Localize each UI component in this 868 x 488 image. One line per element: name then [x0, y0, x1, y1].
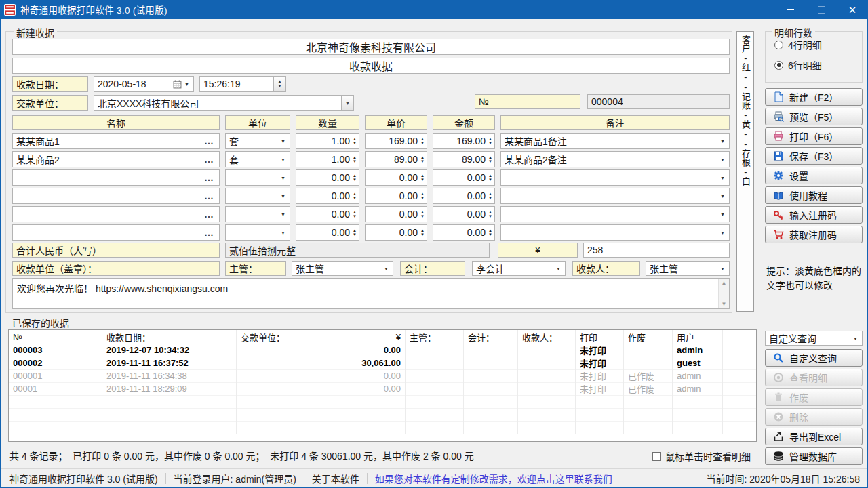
saved-receipt-row[interactable]: 000001 2019-11-11 16:34:38 0.00 未打印 已作废 … — [9, 369, 756, 383]
ellipsis-button[interactable]: … — [204, 154, 219, 165]
payer-label-field[interactable]: 交款单位： — [12, 95, 88, 111]
stamp-label-field[interactable]: 收款单位（盖章）： — [12, 261, 220, 276]
manager-select[interactable]: 张主管▼ — [292, 261, 393, 276]
payee-label-field[interactable]: 收款人： — [572, 261, 640, 276]
ellipsis-button[interactable]: … — [204, 190, 219, 201]
currency-symbol-field[interactable]: ¥ — [498, 243, 578, 258]
item-amount-spinner[interactable]: 0.00▲▼ — [433, 188, 495, 204]
spinner-arrows-icon[interactable]: ▲▼ — [488, 155, 494, 163]
spinner-arrows-icon[interactable]: ▲▼ — [353, 210, 359, 218]
item-qty-spinner[interactable]: 0.00▲▼ — [296, 169, 359, 186]
item-price-spinner[interactable]: 0.00▲▼ — [365, 188, 427, 204]
item-amount-spinner[interactable]: 169.00▲▼ — [433, 133, 495, 149]
item-unit-select[interactable]: 套▼ — [225, 133, 290, 149]
manage-database-button[interactable]: 管理数据库 — [765, 447, 863, 465]
time-spinner[interactable]: 15:26:19 ▲▼ — [199, 76, 286, 92]
spinner-arrows-icon[interactable]: ▲▼ — [488, 228, 494, 237]
item-remark-select[interactable]: ▼ — [500, 188, 730, 204]
spinner-arrows-icon[interactable]: ▲▼ — [353, 228, 359, 237]
query-type-select[interactable]: 自定义查询▼ — [765, 331, 863, 346]
preview-button[interactable]: 预览（F5） — [765, 108, 863, 125]
item-name-input[interactable]: 某某商品2… — [12, 151, 220, 167]
spinner-arrows-icon[interactable]: ▲▼ — [488, 174, 494, 182]
spinner-arrows-icon[interactable]: ▲▼ — [488, 137, 494, 145]
item-unit-select[interactable]: ▼ — [225, 206, 290, 222]
item-amount-spinner[interactable]: 89.00▲▼ — [433, 151, 495, 167]
item-name-input[interactable]: … — [12, 188, 220, 204]
ellipsis-button[interactable]: … — [204, 136, 219, 146]
company-name-input[interactable]: 北京神奇像素科技有限公司 — [12, 39, 730, 55]
saved-receipts-table[interactable]: № 收款日期： 交款单位： ¥ 主管： 会计： 收款人： 打印 作废 用户 00… — [8, 329, 757, 442]
item-remark-select[interactable]: ▼ — [500, 169, 730, 186]
welcome-textarea[interactable]: 欢迎您再次光临！ https://www.shenqixiangsu.com ▲… — [12, 278, 730, 309]
item-amount-spinner[interactable]: 0.00▲▼ — [433, 206, 495, 222]
item-name-input[interactable]: 某某商品1… — [12, 133, 220, 149]
new-button[interactable]: 新建（F2） — [765, 88, 863, 106]
item-remark-select[interactable]: ▼ — [500, 206, 730, 222]
spinner-arrows-icon[interactable]: ▲▼ — [273, 77, 285, 92]
contact-link[interactable]: 如果您对本软件有定制修改需求，欢迎点击这里联系我们 — [375, 472, 612, 485]
receipt-number-label-field[interactable]: № — [475, 94, 580, 109]
view-detail-on-click-checkbox[interactable]: 鼠标单击时查看明细 — [652, 449, 751, 463]
about-link[interactable]: 关于本软件 — [312, 472, 359, 485]
total-cn-label-field[interactable]: 合计人民币（大写） — [12, 243, 220, 258]
spinner-arrows-icon[interactable]: ▲▼ — [488, 192, 494, 200]
spinner-arrows-icon[interactable]: ▲▼ — [488, 210, 494, 218]
custom-query-button[interactable]: 自定义查询 — [765, 349, 863, 367]
ellipsis-button[interactable]: … — [204, 209, 219, 220]
export-excel-button[interactable]: 导出到Excel — [765, 428, 863, 445]
payer-select[interactable]: 北京XXXX科技有限公司 ▼ — [94, 95, 354, 111]
item-price-spinner[interactable]: 169.00▲▼ — [365, 133, 427, 149]
accountant-label-field[interactable]: 会计： — [400, 261, 465, 276]
scroll-down-icon[interactable]: ▼ — [722, 301, 727, 307]
radio-4-rows[interactable]: 4行明细 — [774, 38, 822, 52]
manager-label-field[interactable]: 主管： — [225, 261, 286, 276]
item-unit-select[interactable]: 套▼ — [225, 151, 290, 167]
spinner-arrows-icon[interactable]: ▲▼ — [353, 192, 359, 200]
settings-button[interactable]: 设置 — [765, 167, 863, 184]
total-amount-input[interactable]: 258 — [583, 243, 730, 258]
item-unit-select[interactable]: ▼ — [225, 224, 290, 241]
spinner-arrows-icon[interactable]: ▲▼ — [420, 155, 427, 163]
item-name-input[interactable]: … — [12, 169, 220, 186]
radio-6-rows[interactable]: 6行明细 — [774, 58, 822, 72]
spinner-arrows-icon[interactable]: ▲▼ — [420, 192, 427, 200]
item-unit-select[interactable]: ▼ — [225, 169, 290, 186]
item-price-spinner[interactable]: 0.00▲▼ — [365, 224, 427, 241]
minimize-button[interactable] — [774, 0, 806, 19]
spinner-arrows-icon[interactable]: ▲▼ — [353, 155, 359, 163]
scrollbar[interactable]: ▲▼ — [718, 279, 729, 308]
item-remark-select[interactable]: ▼ — [500, 224, 730, 241]
item-qty-spinner[interactable]: 1.00▲▼ — [296, 133, 359, 149]
item-remark-select[interactable]: 某某商品1备注▼ — [500, 133, 730, 149]
item-qty-spinner[interactable]: 0.00▲▼ — [296, 188, 359, 204]
spinner-arrows-icon[interactable]: ▲▼ — [420, 228, 427, 237]
saved-receipt-row[interactable]: 00001 2019-11-11 18:29:09 0.00 未打印 已作废 a… — [9, 382, 756, 396]
get-regcode-button[interactable]: 获取注册码 — [765, 226, 863, 243]
chevron-down-icon[interactable]: ▼ — [341, 96, 353, 110]
date-label-field[interactable]: 收款日期： — [12, 76, 88, 92]
item-price-spinner[interactable]: 0.00▲▼ — [365, 169, 427, 186]
item-amount-spinner[interactable]: 0.00▲▼ — [433, 224, 495, 241]
item-qty-spinner[interactable]: 0.00▲▼ — [296, 206, 359, 222]
item-qty-spinner[interactable]: 0.00▲▼ — [296, 224, 359, 241]
item-amount-spinner[interactable]: 0.00▲▼ — [433, 169, 495, 186]
item-name-input[interactable]: … — [12, 224, 220, 241]
spinner-arrows-icon[interactable]: ▲▼ — [353, 174, 359, 182]
save-button[interactable]: 保存（F3） — [765, 147, 863, 165]
ellipsis-button[interactable]: … — [204, 172, 219, 183]
ellipsis-button[interactable]: … — [204, 227, 219, 238]
enter-regcode-button[interactable]: 输入注册码 — [765, 206, 863, 224]
scroll-up-icon[interactable]: ▲ — [722, 280, 727, 286]
item-name-input[interactable]: … — [12, 206, 220, 222]
doc-title-input[interactable]: 收款收据 — [12, 58, 730, 74]
saved-receipt-row[interactable]: 000002 2019-11-11 16:37:52 30,061.00 未打印… — [9, 357, 756, 370]
spinner-arrows-icon[interactable]: ▲▼ — [420, 137, 427, 145]
date-picker[interactable]: 2020-05-18 ▼ — [94, 76, 194, 92]
saved-receipt-row[interactable]: 000003 2019-12-07 10:34:32 0.00 未打印 admi… — [9, 344, 756, 357]
spinner-arrows-icon[interactable]: ▲▼ — [420, 174, 427, 182]
maximize-button[interactable] — [806, 0, 837, 19]
item-qty-spinner[interactable]: 1.00▲▼ — [296, 151, 359, 167]
spinner-arrows-icon[interactable]: ▲▼ — [420, 210, 427, 218]
close-button[interactable]: ✕ — [837, 0, 868, 19]
